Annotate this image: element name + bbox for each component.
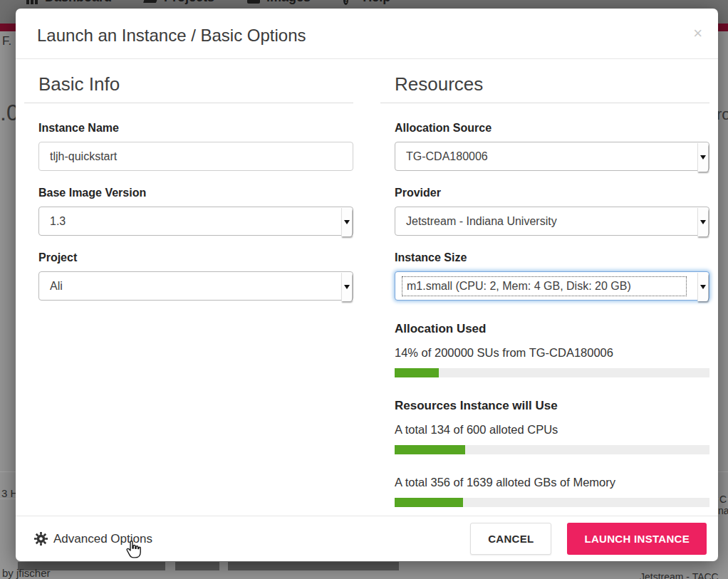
folder-icon [145, 0, 157, 4]
nav-item-help[interactable]: ? Help [343, 0, 390, 5]
nav-item-dashboard[interactable]: Dashboard [26, 0, 112, 5]
select-value: TG-CDA180006 [395, 150, 488, 163]
footer-buttons: CANCEL LAUNCH INSTANCE [470, 523, 707, 555]
help-icon: ? [343, 0, 356, 4]
memory-usage-progressbar [395, 498, 709, 507]
usage-heading: Resources Instance will Use [395, 399, 709, 413]
allocation-source-label: Allocation Source [395, 122, 709, 135]
floppy-icon [247, 0, 260, 4]
close-icon[interactable]: × [693, 26, 702, 41]
memory-usage-text: A total 356 of 1639 alloted GBs of Memor… [395, 476, 709, 489]
hand-cursor-icon [124, 541, 142, 562]
basic-info-heading: Basic Info [24, 73, 353, 103]
backdrop-table-header-fragment [175, 562, 219, 570]
instance-size-select[interactable]: m1.small (CPU: 2, Mem: 4 GB, Disk: 20 GB… [395, 271, 709, 301]
bar-chart-icon [26, 0, 38, 4]
chevron-down-icon [697, 143, 708, 172]
progress-fill [395, 445, 465, 454]
project-label: Project [38, 251, 353, 264]
nav-item-projects[interactable]: Projects [145, 0, 214, 5]
instance-name-input[interactable] [38, 142, 353, 171]
chevron-down-icon [697, 273, 708, 301]
cpu-usage-text: A total 134 of 600 alloted CPUs [395, 423, 709, 437]
modal-footer: Advanced Options CANCEL LAUNCH INSTANCE [16, 516, 718, 561]
launch-instance-modal: Launch an Instance / Basic Options × Bas… [16, 9, 718, 561]
select-value: Ali [39, 280, 63, 293]
project-select[interactable]: Ali [38, 271, 353, 301]
backdrop-text-fragment: C [719, 494, 727, 505]
modal-title: Launch an Instance / Basic Options [37, 26, 697, 46]
modal-header: Launch an Instance / Basic Options × [16, 9, 718, 59]
provider-select[interactable]: Jetstream - Indiana University [395, 207, 709, 236]
backdrop-table-header-fragment [228, 562, 399, 570]
progress-fill [395, 368, 439, 377]
cancel-button[interactable]: CANCEL [470, 523, 551, 555]
modal-body: Basic Info Instance Name Base Image Vers… [16, 59, 718, 516]
nav-label: Help [363, 0, 390, 5]
chevron-down-icon [697, 208, 708, 236]
allocation-used-text: 14% of 200000 SUs from TG-CDA180006 [395, 346, 709, 360]
select-value: 1.3 [39, 215, 66, 228]
select-value: m1.small (CPU: 2, Mem: 4 GB, Disk: 20 GB… [402, 276, 687, 296]
allocation-used-heading: Allocation Used [395, 322, 709, 336]
resources-column: Resources Allocation Source TG-CDA180006… [380, 73, 709, 516]
backdrop-text-fragment: F. [2, 34, 11, 48]
instance-name-label: Instance Name [38, 122, 353, 135]
backdrop-provider-fragment: Jetstream - TACC [640, 571, 719, 579]
nav-item-images[interactable]: Images [247, 0, 311, 5]
select-value: Jetstream - Indiana University [395, 215, 557, 228]
cpu-usage-progressbar [395, 445, 709, 454]
nav-label: Images [266, 0, 311, 5]
backdrop-text-fragment: na [718, 505, 728, 516]
base-image-version-label: Base Image Version [38, 187, 353, 199]
allocation-source-select[interactable]: TG-CDA180006 [395, 142, 709, 171]
base-image-version-select[interactable]: 1.3 [38, 207, 353, 236]
progress-fill [395, 498, 463, 507]
backdrop-byline: by jfischer [2, 567, 51, 579]
launch-instance-button[interactable]: LAUNCH INSTANCE [567, 523, 707, 555]
basic-info-column: Basic Info Instance Name Base Image Vers… [24, 73, 353, 516]
chevron-down-icon [341, 273, 352, 301]
nav-label: Dashboard [45, 0, 112, 5]
nav-label: Projects [164, 0, 214, 5]
instance-size-label: Instance Size [395, 251, 709, 264]
resources-heading: Resources [380, 73, 709, 103]
backdrop-heading-fragment-right: ro [717, 105, 728, 124]
chevron-down-icon [341, 208, 352, 236]
allocation-used-progressbar [395, 368, 709, 377]
gear-icon [34, 532, 48, 546]
provider-label: Provider [395, 187, 709, 199]
